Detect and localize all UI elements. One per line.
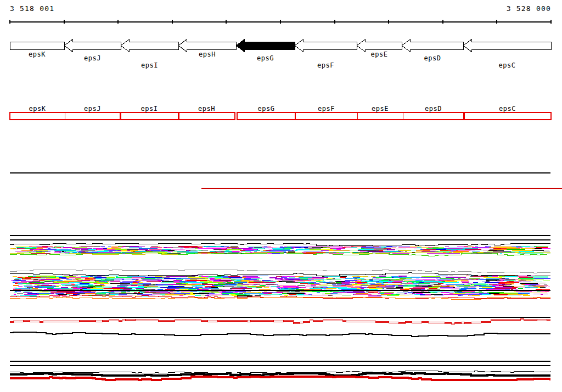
coverage-band-2-dash bbox=[479, 288, 493, 289]
gene-arrow-epsH[interactable] bbox=[178, 40, 236, 52]
coverage-band-2-dash bbox=[143, 293, 156, 293]
segment-label[interactable]: epsK bbox=[29, 105, 46, 113]
coverage-band-2-dash bbox=[381, 294, 391, 295]
gene-arrow-epsD[interactable] bbox=[402, 40, 463, 52]
coverage-band-2-dash bbox=[192, 286, 196, 287]
coverage-band-1-dash bbox=[54, 251, 61, 253]
coverage-band-2-dash bbox=[162, 279, 182, 279]
gene-arrow-epsE[interactable] bbox=[357, 40, 402, 52]
coverage-band-1-dash bbox=[507, 248, 520, 249]
coverage-band-1-dash bbox=[458, 250, 470, 251]
coverage-band-2-dash bbox=[162, 281, 168, 281]
coverage-band-2-dash bbox=[499, 282, 519, 283]
coverage-band-2-dash bbox=[379, 292, 394, 293]
coverage-band-2-dash bbox=[235, 283, 238, 284]
coverage-band-1-dash bbox=[536, 250, 549, 250]
coverage-band-2-dash bbox=[25, 288, 28, 288]
coverage-band-2-dash bbox=[221, 279, 231, 280]
coverage-band-2-dash bbox=[54, 281, 63, 282]
coverage-band-2-dash bbox=[521, 279, 533, 279]
segment-label[interactable]: epsF bbox=[318, 105, 335, 113]
coverage-band-1-dash bbox=[416, 250, 431, 251]
coverage-band-2-dash bbox=[383, 279, 390, 279]
coverage-band-1-dash bbox=[381, 247, 386, 248]
coverage-band-2-dash bbox=[14, 284, 23, 285]
coverage-band-2-dash bbox=[50, 277, 56, 278]
segment-label[interactable]: epsC bbox=[499, 105, 516, 113]
coverage-band-2-dash bbox=[34, 289, 42, 289]
coverage-band-2-dash bbox=[101, 279, 114, 281]
coverage-band-1-dash bbox=[63, 247, 72, 248]
coverage-band-2-dash bbox=[190, 291, 205, 292]
coverage-band-2-dash bbox=[530, 293, 547, 293]
coverage-band-2-dash bbox=[199, 279, 208, 279]
coverage-band-2-dash bbox=[287, 293, 305, 294]
coverage-band-2-dash bbox=[451, 278, 456, 278]
coverage-band-1-dash bbox=[542, 248, 550, 249]
coverage-band-2-dash bbox=[287, 283, 293, 283]
coverage-band-1-dash bbox=[321, 250, 330, 251]
coverage-band-1-dash bbox=[367, 251, 385, 252]
coverage-band-2-dash bbox=[373, 282, 378, 282]
gene-arrow-epsF[interactable] bbox=[295, 40, 357, 52]
coverage-band-2-dash bbox=[340, 276, 347, 277]
coverage-band-2-dash bbox=[521, 284, 525, 285]
coverage-band-2-dash bbox=[484, 278, 502, 278]
gene-label: epsD bbox=[424, 54, 441, 62]
gene-arrow-epsJ[interactable] bbox=[64, 40, 121, 52]
coverage-band-2-dash bbox=[109, 288, 111, 288]
segment-label[interactable]: epsE bbox=[372, 105, 389, 113]
coverage-band-2-dash bbox=[534, 278, 550, 279]
coverage-band-1-dash bbox=[81, 246, 93, 247]
coverage-band-2-dash bbox=[138, 281, 158, 281]
coverage-band-2-dash bbox=[468, 279, 474, 279]
coverage-band-1-dash bbox=[496, 247, 516, 248]
coverage-band-2-dash bbox=[474, 285, 481, 286]
segment-label[interactable]: epsJ bbox=[84, 105, 101, 113]
coverage-band-2-dash bbox=[58, 283, 75, 284]
gene-arrow-epsK[interactable] bbox=[10, 42, 64, 49]
coverage-band-2-dash bbox=[484, 277, 502, 278]
coverage-band-2-dash bbox=[283, 286, 299, 287]
gene-arrow-epsI[interactable] bbox=[121, 40, 178, 52]
coverage-band-1-dash bbox=[345, 248, 361, 249]
coverage-band-1-dash bbox=[423, 249, 436, 250]
coverage-band-1-dash bbox=[122, 250, 143, 250]
coverage-band-1-dash bbox=[82, 251, 89, 251]
coverage-band-2-dash bbox=[284, 278, 300, 279]
coverage-band-1-dash bbox=[446, 253, 449, 253]
coverage-band-2-dash bbox=[464, 285, 474, 285]
coverage-band-2-dash bbox=[211, 292, 226, 292]
coverage-band-2-dash bbox=[422, 280, 435, 281]
coverage-band-1-dash bbox=[226, 249, 229, 249]
coverage-band-1-dash bbox=[380, 248, 385, 248]
coverage-band-2-dash bbox=[88, 276, 95, 276]
coverage-band-1-dash bbox=[167, 250, 177, 250]
coverage-band-1-dash bbox=[464, 247, 473, 247]
coverage-band-1-dash bbox=[21, 253, 42, 253]
coverage-band-1-dash bbox=[226, 247, 239, 248]
coverage-band-2-dash bbox=[39, 286, 54, 287]
coverage-band-1-dash bbox=[177, 251, 198, 253]
segment-label[interactable]: epsH bbox=[198, 105, 215, 113]
coverage-band-2-dash bbox=[383, 289, 395, 289]
coverage-band-1-dash bbox=[385, 247, 397, 247]
gene-arrow-epsG[interactable] bbox=[236, 40, 295, 52]
segment-label[interactable]: epsD bbox=[425, 105, 442, 113]
coverage-band-2-dash bbox=[398, 276, 407, 277]
coverage-band-2-dash bbox=[409, 288, 425, 289]
coverage-band-2-dash bbox=[482, 288, 494, 288]
coverage-band-2-dash bbox=[509, 282, 522, 282]
coverage-band-1-dash bbox=[477, 248, 492, 248]
coverage-band-2-dash bbox=[144, 286, 158, 287]
coverage-band-2-dash bbox=[419, 284, 431, 284]
coverage-band-2-dash bbox=[326, 288, 336, 289]
segment-label[interactable]: epsI bbox=[141, 105, 158, 113]
segment-label[interactable]: epsG bbox=[258, 105, 275, 113]
coverage-band-2-dash bbox=[262, 292, 277, 293]
coverage-band-1-dash bbox=[225, 252, 232, 253]
gene-arrow-epsC[interactable] bbox=[463, 40, 551, 52]
coverage-band-2-dash bbox=[459, 287, 476, 287]
coverage-band-2-dash bbox=[54, 283, 59, 284]
coverage-band-2-dash bbox=[351, 287, 360, 288]
